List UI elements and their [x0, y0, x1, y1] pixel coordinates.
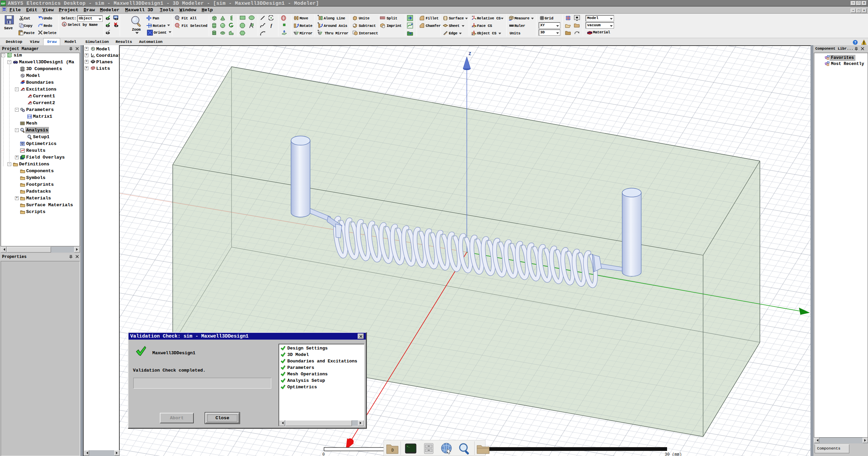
- svg-text:0: 0: [322, 452, 325, 456]
- svg-text:?: ?: [854, 41, 856, 45]
- svg-text:>_: >_: [407, 445, 410, 448]
- svg-text:f: f: [271, 23, 273, 28]
- svg-text:S: S: [63, 23, 65, 27]
- svg-text:30 (mm): 30 (mm): [665, 452, 682, 456]
- svg-text:Z: Z: [469, 51, 471, 56]
- svg-text:EDT: EDT: [1, 2, 5, 5]
- svg-text:D: D: [391, 448, 394, 453]
